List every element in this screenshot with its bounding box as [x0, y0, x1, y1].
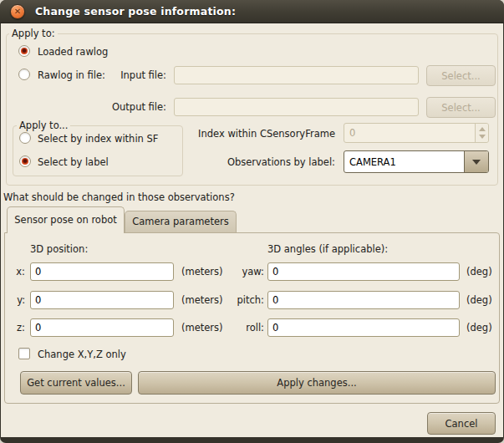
loaded-rawlog-radio[interactable] — [18, 45, 30, 57]
select-by-index-label: Select by index within SF — [38, 133, 158, 145]
tab-camera-parameters[interactable]: Camera parameters — [125, 211, 237, 233]
yaw-unit-label: (deg) — [466, 266, 492, 278]
x-field[interactable] — [30, 262, 174, 281]
change-xyz-only-label: Change X,Y,Z only — [38, 349, 126, 360]
y-field[interactable] — [30, 291, 174, 309]
apply-changes-button[interactable]: Apply changes... — [138, 371, 496, 395]
dialog-body: Apply to: Loaded rawlog Rawlog in file: … — [1, 23, 503, 437]
select-by-label-radio[interactable] — [19, 155, 31, 167]
yaw-label: yaw: — [222, 266, 264, 278]
pitch-unit-label: (deg) — [466, 294, 492, 306]
spinner-arrows[interactable] — [475, 124, 488, 142]
index-spinner-value: 0 — [349, 127, 355, 139]
select-by-index-radio[interactable] — [19, 132, 31, 144]
output-file-label: Output file: — [101, 101, 166, 113]
x-label: x: — [10, 266, 25, 278]
roll-label: roll: — [222, 322, 264, 334]
pitch-field[interactable] — [267, 291, 460, 309]
spin-up-icon[interactable] — [479, 127, 486, 131]
observations-combobox[interactable]: CAMERA1 — [344, 150, 489, 173]
y-label: y: — [10, 294, 25, 306]
index-spinner[interactable]: 0 — [344, 123, 489, 143]
rawlog-in-file-radio[interactable] — [18, 69, 30, 80]
roll-field[interactable] — [267, 318, 460, 337]
cancel-button[interactable]: Cancel — [427, 412, 496, 435]
question-label: What should be changed in those observat… — [3, 191, 235, 203]
apply-to-group-label: Apply to: — [9, 28, 58, 39]
rawlog-in-file-label: Rawlog in file: — [38, 69, 105, 81]
select-by-label-label: Select by label — [38, 156, 109, 168]
z-label: z: — [10, 322, 25, 334]
tab-sensor-pose[interactable]: Sensor pose on robot — [7, 206, 125, 233]
spin-down-icon[interactable] — [479, 135, 486, 139]
window-title: Change sensor pose information: — [35, 0, 236, 23]
yaw-field[interactable] — [267, 262, 460, 281]
input-file-label: Input file: — [108, 69, 166, 81]
titlebar[interactable]: ✕ Change sensor pose information: — [0, 0, 504, 23]
loaded-rawlog-label: Loaded rawlog — [38, 46, 108, 58]
input-file-select-button[interactable]: Select... — [426, 65, 496, 86]
roll-unit-label: (deg) — [466, 322, 492, 334]
y-unit-label: (meters) — [181, 294, 223, 306]
dialog-window: ✕ Change sensor pose information: Apply … — [0, 0, 504, 443]
input-file-field[interactable] — [174, 66, 419, 84]
change-xyz-only-checkbox[interactable] — [18, 348, 30, 359]
chevron-down-icon — [472, 160, 481, 165]
sensor-pose-panel: 3D position: 3D angles (if applicable): … — [4, 232, 500, 404]
x-unit-label: (meters) — [181, 266, 223, 278]
close-icon[interactable]: ✕ — [10, 4, 25, 19]
output-file-select-button[interactable]: Select... — [426, 97, 496, 118]
position-header: 3D position: — [30, 243, 88, 255]
selection-mode-group-label: Apply to... — [17, 120, 70, 131]
z-field[interactable] — [30, 318, 174, 337]
pitch-label: pitch: — [222, 294, 264, 306]
angles-header: 3D angles (if applicable): — [267, 243, 388, 255]
z-unit-label: (meters) — [181, 322, 223, 334]
combo-dropdown-button[interactable] — [464, 151, 488, 172]
index-within-csensoryframe-label: Index within CSensoryFrame — [193, 128, 335, 140]
get-current-values-button[interactable]: Get current values... — [20, 371, 132, 395]
observations-by-label-label: Observations by label: — [193, 156, 335, 168]
output-file-field[interactable] — [174, 98, 419, 116]
observations-combobox-value: CAMERA1 — [349, 156, 396, 168]
